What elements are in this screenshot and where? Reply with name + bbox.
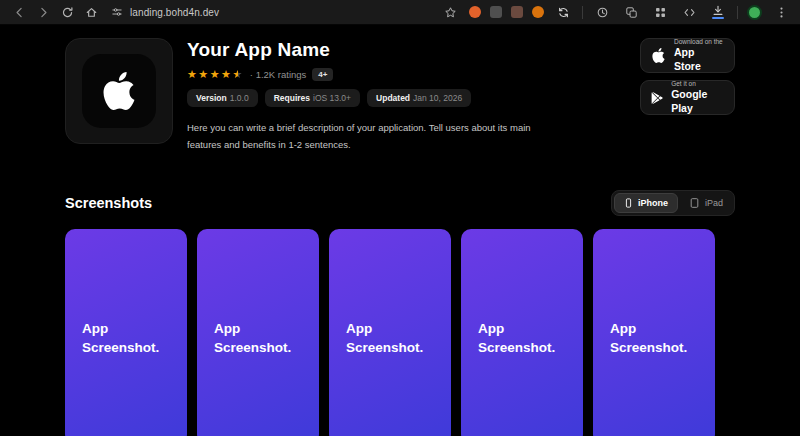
toggle-iphone-label: iPhone [638, 198, 668, 208]
store-button-name: Google Play [671, 88, 724, 114]
history-clock-icon [596, 6, 609, 19]
app-description: Here you can write a brief description o… [187, 119, 545, 153]
toolbar-right-cluster [440, 2, 791, 22]
screenshot-card-5[interactable]: AppScreenshot. [593, 229, 715, 436]
reload-icon [61, 6, 74, 19]
forward-button[interactable] [33, 2, 53, 22]
screenshots-header: Screenshots iPhone iPad [65, 190, 735, 216]
apple-logo-icon [100, 72, 138, 110]
address-bar[interactable]: landing.bohd4n.dev [111, 6, 436, 18]
back-button[interactable] [9, 2, 29, 22]
url-text: landing.bohd4n.dev [130, 7, 219, 18]
extension-flame-icon[interactable] [469, 6, 481, 18]
back-icon [13, 6, 26, 19]
bookmark-button[interactable] [440, 2, 460, 22]
screenshots-carousel: AppScreenshot. AppScreenshot. AppScreens… [65, 229, 735, 436]
extension-loop-button[interactable] [553, 2, 573, 22]
app-icon [82, 54, 156, 128]
store-button-tagline: Download on the [674, 38, 724, 46]
toggle-iphone[interactable]: iPhone [614, 193, 678, 213]
app-landing-page: Your App Name ★★★★★ · 1.2K ratings 4+ Ve… [0, 25, 800, 436]
site-settings-icon [111, 6, 123, 18]
translate-icon [625, 6, 638, 19]
screenshot-card-3[interactable]: AppScreenshot. [329, 229, 451, 436]
apps-grid-icon [654, 6, 667, 19]
version-badge: Version1.0.0 [187, 89, 258, 107]
toggle-ipad-label: iPad [705, 198, 723, 208]
half-star-icon: ★ [232, 68, 243, 80]
browser-menu-button[interactable] [771, 2, 791, 22]
profile-avatar[interactable] [747, 5, 762, 20]
download-icon [712, 5, 724, 19]
ipad-icon [689, 197, 700, 209]
store-button-name: App Store [674, 46, 724, 72]
forward-icon [37, 6, 50, 19]
downloads-button[interactable] [708, 2, 728, 22]
google-play-icon [651, 91, 663, 105]
app-title: Your App Name [187, 39, 640, 61]
rating-row: ★★★★★ · 1.2K ratings 4+ [187, 68, 640, 81]
bookmark-star-icon [444, 6, 457, 19]
screenshot-card-1[interactable]: AppScreenshot. [65, 229, 187, 436]
screenshots-heading: Screenshots [65, 195, 152, 211]
store-buttons: Download on the App Store Get it on Goog… [640, 38, 735, 115]
reload-button[interactable] [57, 2, 77, 22]
devtools-button[interactable] [679, 2, 699, 22]
requires-badge: RequiresiOS 13.0+ [265, 89, 360, 107]
app-info: Your App Name ★★★★★ · 1.2K ratings 4+ Ve… [187, 38, 640, 163]
device-toggle: iPhone iPad [611, 190, 735, 216]
home-button[interactable] [81, 2, 101, 22]
extension-orange-icon[interactable] [532, 6, 544, 18]
extension-brown-icon[interactable] [511, 6, 523, 18]
app-store-button[interactable]: Download on the App Store [640, 38, 735, 73]
screenshot-card-4[interactable]: AppScreenshot. [461, 229, 583, 436]
iphone-icon [624, 197, 633, 209]
toolbar-divider [737, 6, 738, 19]
age-rating-badge: 4+ [312, 68, 333, 81]
extension-loop-icon [557, 6, 570, 19]
kebab-menu-icon [775, 6, 788, 19]
updated-badge: UpdatedJan 10, 2026 [367, 89, 471, 107]
history-button[interactable] [592, 2, 612, 22]
apple-icon [651, 48, 666, 63]
code-brackets-icon [683, 6, 696, 19]
app-icon-card [65, 38, 173, 144]
ratings-count: · 1.2K ratings [250, 69, 307, 80]
screenshot-card-2[interactable]: AppScreenshot. [197, 229, 319, 436]
meta-badges: Version1.0.0 RequiresiOS 13.0+ UpdatedJa… [187, 89, 640, 107]
store-button-tagline: Get it on [671, 80, 724, 88]
extension-gray-icon[interactable] [490, 6, 502, 18]
toolbar-divider [582, 6, 583, 19]
translate-button[interactable] [621, 2, 641, 22]
google-play-button[interactable]: Get it on Google Play [640, 80, 735, 115]
browser-toolbar: landing.bohd4n.dev [0, 0, 800, 25]
app-header: Your App Name ★★★★★ · 1.2K ratings 4+ Ve… [65, 38, 735, 163]
toggle-ipad[interactable]: iPad [680, 194, 732, 212]
star-rating: ★★★★★ [187, 69, 244, 80]
apps-grid-button[interactable] [650, 2, 670, 22]
home-icon [85, 6, 98, 19]
